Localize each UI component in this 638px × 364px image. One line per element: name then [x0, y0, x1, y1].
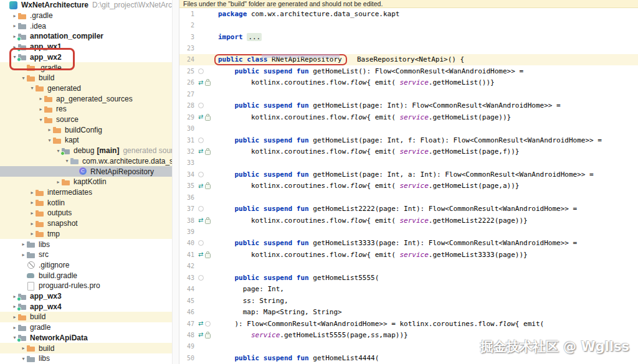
- chevron-right-icon[interactable]: ▸: [29, 190, 36, 195]
- suspend-call-icon[interactable]: ⇄: [198, 217, 203, 223]
- line-number[interactable]: 23: [179, 45, 198, 52]
- code-line-36[interactable]: 36: [179, 192, 638, 203]
- chevron-down-icon[interactable]: ▾: [46, 138, 53, 143]
- line-number[interactable]: 41: [179, 251, 198, 258]
- tree-item-build[interactable]: ▸build: [0, 312, 172, 322]
- line-number[interactable]: 40: [179, 240, 198, 246]
- chevron-right-icon[interactable]: ▸: [37, 96, 44, 101]
- code-line-30[interactable]: 30: [179, 123, 638, 134]
- code-editor[interactable]: 1package com.wx.architecture.data_source…: [179, 8, 638, 364]
- line-number[interactable]: 28: [179, 102, 198, 109]
- tree-item-app-wx1[interactable]: ▸app_wx1: [0, 42, 172, 52]
- code-line-24[interactable]: 24public class RNetApiRepository BaseRep…: [179, 54, 638, 65]
- chevron-right-icon[interactable]: ▸: [11, 23, 18, 29]
- tree-item-source[interactable]: ▾source: [0, 114, 172, 125]
- code-line-42[interactable]: 42: [179, 261, 638, 272]
- suspend-call-icon[interactable]: ⇄: [198, 332, 203, 338]
- tree-item-kapt[interactable]: ▾kapt: [0, 135, 172, 146]
- chevron-right-icon[interactable]: ▸: [20, 252, 27, 258]
- tree-item-build-gradle[interactable]: build.gradle: [0, 270, 172, 281]
- line-number[interactable]: 50: [179, 355, 198, 362]
- chevron-right-icon[interactable]: ▸: [20, 345, 27, 351]
- line-number[interactable]: 48: [179, 332, 198, 338]
- line-number[interactable]: 29: [179, 114, 198, 121]
- tree-item-wxnetarchitecture[interactable]: WxNetArchitectureD:\git_project\WxNetArc…: [0, 0, 172, 11]
- line-number[interactable]: 31: [179, 137, 198, 144]
- tree-item-generated[interactable]: ▾generated: [0, 83, 172, 94]
- tree-item-app-wx3[interactable]: ▸app_wx3: [0, 291, 172, 302]
- tree-item-build[interactable]: ▸build: [0, 343, 172, 353]
- chevron-down-icon[interactable]: ▾: [37, 117, 44, 123]
- code-line-26[interactable]: 26⇄ kotlinx.coroutines.flow.flow{ emit( …: [179, 77, 638, 88]
- line-number[interactable]: 36: [179, 194, 198, 201]
- suspend-call-icon[interactable]: ⇄: [198, 320, 203, 327]
- code-line-43[interactable]: 43 public suspend fun getHomeList5555(: [179, 272, 638, 283]
- tree-item-idea[interactable]: ▸.idea: [0, 21, 172, 31]
- tree-item-gradle[interactable]: ▸.gradle: [0, 11, 172, 21]
- line-number[interactable]: 32: [179, 148, 198, 155]
- tree-item-app-wx2[interactable]: ▾app_wx2: [0, 52, 172, 63]
- chevron-right-icon[interactable]: ▸: [11, 13, 18, 19]
- panel-divider[interactable]: [172, 0, 179, 364]
- tree-item-kaptkotlin[interactable]: ▸kaptKotlin: [0, 177, 172, 187]
- code-line-33[interactable]: 33: [179, 157, 638, 169]
- line-number[interactable]: 1: [179, 11, 198, 17]
- chevron-right-icon[interactable]: ▸: [29, 231, 36, 236]
- line-number[interactable]: 38: [179, 217, 198, 224]
- code-line-41[interactable]: 41⇄ kotlinx.coroutines.flow.flow{ emit( …: [179, 249, 638, 260]
- suspend-call-icon[interactable]: ⇄: [198, 183, 203, 189]
- suspend-call-icon[interactable]: ⇄: [198, 148, 203, 154]
- suspend-call-icon[interactable]: ⇄: [198, 251, 203, 258]
- tree-item-proguard-rules-pro[interactable]: proguard-rules.pro: [0, 281, 172, 291]
- line-number[interactable]: 47: [179, 320, 198, 327]
- line-number[interactable]: 45: [179, 297, 198, 304]
- chevron-down-icon[interactable]: ▾: [64, 158, 70, 164]
- code-line-47[interactable]: 47⇄ ): Flow<CommonResult<WanAndroidHome>…: [179, 318, 638, 329]
- code-line-34[interactable]: 34 public suspend fun getHomeList(page: …: [179, 169, 638, 180]
- tree-item-gitignore[interactable]: .gitignore: [0, 260, 172, 271]
- chevron-right-icon[interactable]: ▸: [11, 325, 18, 330]
- line-number[interactable]: 34: [179, 171, 198, 178]
- chevron-right-icon[interactable]: ▸: [29, 221, 36, 226]
- tree-item-ap-generated-sources[interactable]: ▸ap_generated_sources: [0, 93, 172, 104]
- code-line-27[interactable]: 27: [179, 88, 638, 100]
- line-number[interactable]: 27: [179, 91, 198, 98]
- chevron-down-icon[interactable]: ▾: [20, 356, 27, 362]
- line-number[interactable]: 44: [179, 286, 198, 292]
- code-line-32[interactable]: 32⇄ kotlinx.coroutines.flow.flow{ emit( …: [179, 146, 638, 157]
- code-line-44[interactable]: 44 page: Int,: [179, 284, 638, 295]
- line-number[interactable]: 42: [179, 263, 198, 269]
- code-line-35[interactable]: 35⇄ kotlinx.coroutines.flow.flow{ emit( …: [179, 180, 638, 192]
- chevron-right-icon[interactable]: ▸: [55, 179, 62, 185]
- tree-item-gradle[interactable]: ▸gradle: [0, 322, 172, 333]
- chevron-down-icon[interactable]: ▾: [29, 85, 36, 91]
- suspend-call-icon[interactable]: ⇄: [198, 80, 203, 86]
- line-number[interactable]: 30: [179, 125, 198, 132]
- code-line-37[interactable]: 37 public suspend fun getHomeList2222(pa…: [179, 203, 638, 214]
- line-number[interactable]: 2: [179, 22, 198, 29]
- chevron-right-icon[interactable]: ▸: [29, 210, 36, 216]
- tree-item-gradle[interactable]: .gradle: [0, 62, 172, 73]
- code-line-25[interactable]: 25 public suspend fun getHomeList(): Flo…: [179, 65, 638, 77]
- suspend-call-icon[interactable]: ⇄: [198, 114, 203, 120]
- line-number[interactable]: 49: [179, 343, 198, 350]
- tree-item-tmp[interactable]: ▸tmp: [0, 228, 172, 239]
- line-number[interactable]: 46: [179, 309, 198, 315]
- chevron-right-icon[interactable]: ▸: [11, 314, 18, 320]
- chevron-right-icon[interactable]: ▸: [37, 106, 44, 112]
- tree-item-debug[interactable]: ▾debug[main]generated sources ro: [0, 146, 172, 156]
- code-line-2[interactable]: 2: [179, 19, 638, 30]
- tree-item-snapshot[interactable]: ▸snapshot: [0, 218, 172, 229]
- tree-item-build[interactable]: ▾build: [0, 73, 172, 83]
- line-number[interactable]: 3: [179, 34, 198, 40]
- tree-item-res[interactable]: ▸res: [0, 104, 172, 114]
- tree-item-rnetapirepository[interactable]: CRNetApiRepository: [0, 166, 172, 177]
- tree-item-libs[interactable]: ▾libs: [0, 353, 172, 364]
- tree-item-libs[interactable]: ▸libs: [0, 239, 172, 250]
- line-number[interactable]: 35: [179, 182, 198, 189]
- chevron-right-icon[interactable]: ▸: [20, 241, 27, 247]
- chevron-right-icon[interactable]: ▸: [29, 200, 36, 205]
- chevron-down-icon[interactable]: ▾: [20, 75, 27, 81]
- tree-item-networkapidata[interactable]: ▾NetworkApiData: [0, 333, 172, 343]
- code-line-40[interactable]: 40 public suspend fun getHomeList3333(pa…: [179, 238, 638, 249]
